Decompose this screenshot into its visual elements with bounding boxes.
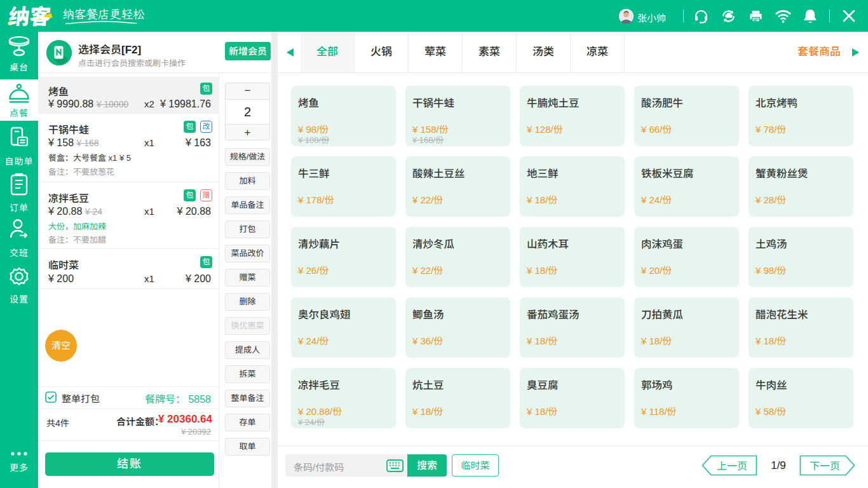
svg-text:上一页: 上一页: [717, 458, 747, 473]
svg-text:下一页: 下一页: [810, 458, 840, 473]
